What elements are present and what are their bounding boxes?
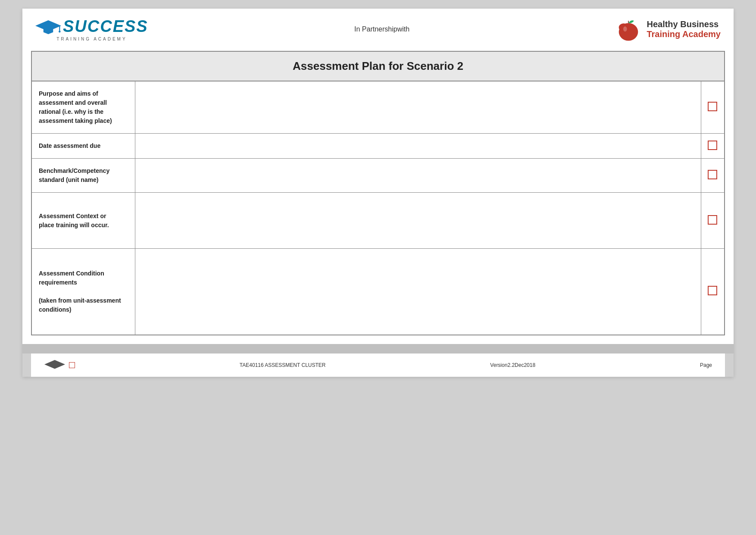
table-row: Benchmark/Competencystandard (unit name): [31, 159, 725, 193]
row-checkbox-conditions[interactable]: [701, 249, 725, 335]
footer-logo-icon: [44, 359, 66, 372]
svg-marker-8: [44, 360, 65, 369]
row-content-context[interactable]: [135, 193, 701, 249]
graduation-cap-icon: [35, 19, 61, 35]
svg-point-7: [623, 26, 627, 31]
svg-point-3: [59, 31, 61, 33]
row-label-benchmark: Benchmark/Competencystandard (unit name): [31, 159, 135, 193]
checkbox-icon[interactable]: [708, 102, 717, 111]
row-checkbox-context[interactable]: [701, 193, 725, 249]
row-label-context: Assessment Context orplace training will…: [31, 193, 135, 249]
row-checkbox-purpose[interactable]: [701, 81, 725, 134]
table-title-row: Assessment Plan for Scenario 2: [31, 51, 725, 81]
main-content: Assessment Plan for Scenario 2 Purpose a…: [22, 47, 734, 344]
row-content-conditions[interactable]: [135, 249, 701, 335]
assessment-table: Assessment Plan for Scenario 2 Purpose a…: [31, 51, 725, 335]
table-row: Date assessment due: [31, 134, 725, 159]
row-content-benchmark[interactable]: [135, 159, 701, 193]
logo-tagline: TRAINING ACADEMY: [56, 37, 127, 41]
footer-page: Page: [700, 362, 712, 368]
checkbox-icon[interactable]: [708, 286, 717, 295]
checkbox-icon[interactable]: [708, 215, 717, 225]
logo-right: Healthy Business Training Academy: [615, 16, 721, 42]
page: SUCCESS TRAINING ACADEMY In Partnershipw…: [22, 9, 734, 377]
footer-version: Version2.2Dec2018: [490, 362, 535, 368]
row-checkbox-benchmark[interactable]: [701, 159, 725, 193]
success-brand-text: SUCCESS: [63, 17, 148, 36]
footer: TAE40116 ASSESSMENT CLUSTER Version2.2De…: [22, 344, 734, 377]
table-row: Assessment Context orplace training will…: [31, 193, 725, 249]
logo-left: SUCCESS TRAINING ACADEMY: [35, 17, 148, 41]
checkbox-icon[interactable]: [708, 170, 717, 179]
partnership-text: In Partnershipwith: [354, 25, 409, 33]
apple-icon: [615, 16, 641, 42]
checkbox-icon[interactable]: [708, 141, 717, 150]
footer-inner: TAE40116 ASSESSMENT CLUSTER Version2.2De…: [31, 354, 725, 377]
row-label-date: Date assessment due: [31, 134, 135, 159]
row-label-conditions: Assessment Conditionrequirements (taken …: [31, 249, 135, 335]
table-row: Assessment Conditionrequirements (taken …: [31, 249, 725, 335]
row-label-purpose: Purpose and aims ofassessment and overal…: [31, 81, 135, 134]
footer-bar: [22, 344, 734, 354]
footer-cluster: TAE40116 ASSESSMENT CLUSTER: [240, 362, 326, 368]
row-checkbox-date[interactable]: [701, 134, 725, 159]
table-row: Purpose and aims ofassessment and overal…: [31, 81, 725, 134]
table-title: Assessment Plan for Scenario 2: [31, 51, 725, 81]
row-content-date[interactable]: [135, 134, 701, 159]
footer-checkbox-icon: [69, 362, 75, 368]
success-logo: SUCCESS TRAINING ACADEMY: [35, 17, 148, 41]
footer-logo-area: [44, 359, 75, 372]
row-content-purpose[interactable]: [135, 81, 701, 134]
header: SUCCESS TRAINING ACADEMY In Partnershipw…: [22, 9, 734, 47]
svg-marker-0: [35, 20, 61, 31]
hbta-brand-text: Healthy Business Training Academy: [647, 19, 721, 39]
